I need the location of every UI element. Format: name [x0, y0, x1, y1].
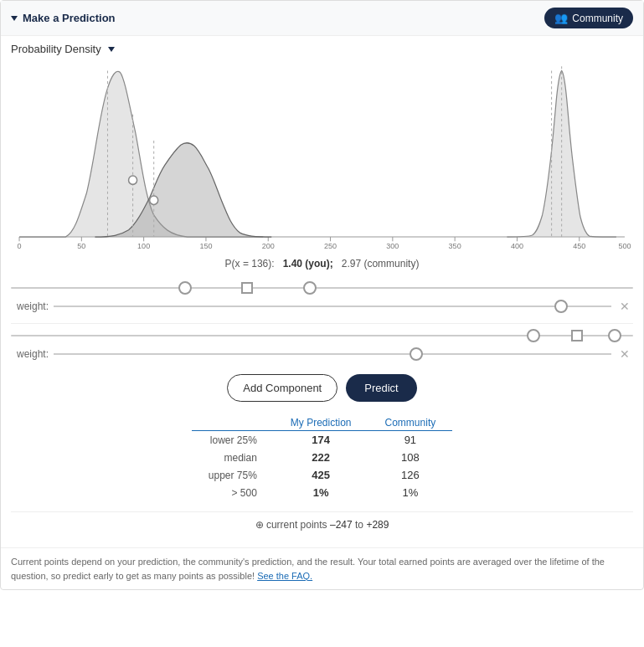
weight-handle-2[interactable]	[410, 347, 423, 361]
close-button-1[interactable]: ✕	[616, 298, 633, 315]
svg-text:50: 50	[77, 242, 85, 250]
points-positive: +289	[366, 519, 389, 531]
stats-row: > 500 1% 1%	[192, 484, 452, 501]
slider-right-handle-1[interactable]	[303, 281, 317, 295]
community-button[interactable]: 👥 Community	[544, 8, 633, 28]
panel-title-row: Make a Prediction	[11, 12, 116, 24]
stats-table: My Prediction Community lower 25% 174 91…	[192, 415, 452, 501]
svg-text:500: 500	[618, 242, 631, 250]
weight-row-1: weight: ✕	[11, 298, 633, 315]
add-component-button[interactable]: Add Component	[227, 374, 337, 402]
buttons-row: Add Component Predict	[11, 374, 633, 402]
panel-title: Make a Prediction	[23, 12, 116, 24]
slider-left-handle-1[interactable]	[178, 281, 192, 295]
you-value: 1.40 (you);	[283, 258, 333, 270]
stats-section: My Prediction Community lower 25% 174 91…	[11, 415, 633, 501]
slider-section-1: weight: ✕	[11, 280, 633, 315]
weight-track-2[interactable]	[54, 346, 611, 362]
svg-text:450: 450	[573, 242, 585, 250]
my-prediction-header[interactable]: My Prediction	[274, 415, 368, 431]
svg-text:150: 150	[199, 242, 212, 250]
slider-right-handle-2[interactable]	[608, 329, 621, 342]
stats-label-1: median	[192, 449, 274, 466]
points-negative: –247	[330, 519, 353, 531]
weight-row-2: weight: ✕	[11, 346, 633, 362]
dropdown-row: Probability Density	[11, 43, 633, 55]
svg-text:350: 350	[449, 242, 461, 250]
weight-label-1: weight:	[11, 300, 49, 312]
stats-community-3: 1%	[368, 484, 453, 501]
stats-row: lower 25% 174 91	[192, 431, 452, 449]
community-btn-label: Community	[572, 13, 623, 24]
stats-label-2: upper 75%	[192, 466, 274, 484]
stats-community-2: 126	[368, 466, 453, 484]
svg-text:100: 100	[137, 242, 150, 250]
community-value: 2.97 (community)	[342, 258, 420, 270]
predict-button[interactable]: Predict	[346, 374, 416, 402]
stats-community-0: 91	[368, 431, 453, 449]
svg-text:0: 0	[18, 242, 22, 250]
slider-track-1[interactable]	[11, 280, 633, 296]
community-icon: 👥	[554, 12, 568, 24]
slider-track-2[interactable]	[11, 327, 633, 344]
points-row: ⊕ current points –247 to +289	[11, 511, 633, 531]
svg-point-28	[150, 196, 158, 204]
pvalue-label: P(x = 136):	[225, 258, 275, 270]
stats-my-0: 174	[274, 431, 368, 449]
svg-point-27	[129, 176, 137, 184]
svg-text:300: 300	[386, 242, 399, 250]
pvalue-row: P(x = 136): 1.40 (you); 2.97 (community)	[11, 258, 633, 270]
distribution-chart: 0 50 100 150 200 250 300 350 400 450 500	[11, 62, 633, 254]
slider-left-handle-2[interactable]	[527, 329, 540, 342]
slider-row-1	[11, 280, 633, 296]
weight-track-1[interactable]	[54, 298, 611, 315]
points-to: to	[355, 519, 363, 531]
stats-row: median 222 108	[192, 449, 452, 466]
chart-area: 0 50 100 150 200 250 300 350 400 450 500	[11, 62, 633, 254]
stats-community-1: 108	[368, 449, 453, 466]
stats-label-0: lower 25%	[192, 431, 274, 449]
points-prefix: ⊕ current points	[255, 519, 327, 531]
panel-header: Make a Prediction 👥 Community	[1, 1, 643, 36]
dropdown-chevron-icon	[108, 47, 115, 52]
community-header[interactable]: Community	[368, 415, 453, 431]
dropdown-label: Probability Density	[11, 43, 101, 55]
svg-text:400: 400	[511, 242, 523, 250]
svg-text:250: 250	[324, 242, 337, 250]
distribution-dropdown[interactable]: Probability Density	[11, 43, 115, 55]
slider-square-handle-2[interactable]	[571, 330, 583, 341]
stats-my-2: 425	[274, 466, 368, 484]
svg-text:200: 200	[262, 242, 275, 250]
slider-section-2: weight: ✕	[11, 327, 633, 362]
slider-row-2	[11, 327, 633, 344]
stats-label-3: > 500	[192, 484, 274, 501]
stats-my-3: 1%	[274, 484, 368, 501]
stats-row: upper 75% 425 126	[192, 466, 452, 484]
slider-square-handle-1[interactable]	[241, 282, 253, 294]
footer-note: Current points depend on your prediction…	[1, 547, 643, 589]
stats-my-1: 222	[274, 449, 368, 466]
close-button-2[interactable]: ✕	[616, 346, 633, 362]
chevron-down-icon[interactable]	[11, 16, 18, 21]
weight-label-2: weight:	[11, 348, 49, 360]
stats-empty-header	[192, 415, 274, 431]
weight-handle-1[interactable]	[554, 300, 568, 313]
footer-faq-link[interactable]: See the FAQ.	[257, 571, 312, 581]
